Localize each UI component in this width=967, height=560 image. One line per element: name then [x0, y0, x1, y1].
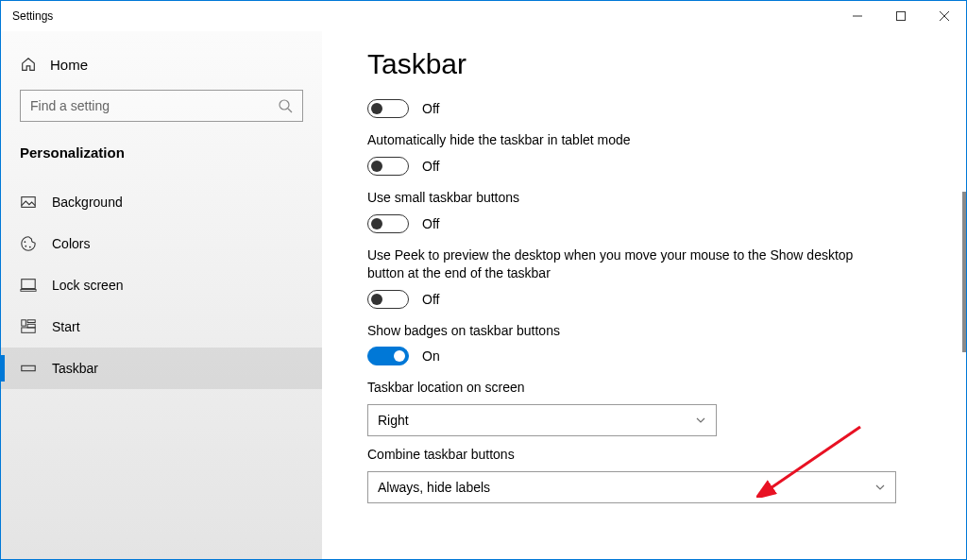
sidebar-item-taskbar[interactable]: Taskbar — [1, 348, 322, 389]
svg-line-5 — [288, 109, 292, 112]
svg-rect-16 — [22, 365, 35, 370]
sidebar-item-label: Lock screen — [52, 278, 123, 293]
toggle-peek[interactable] — [367, 290, 409, 309]
sidebar-item-background[interactable]: Background — [1, 181, 322, 223]
close-button[interactable] — [923, 1, 966, 31]
svg-point-7 — [25, 241, 26, 243]
maximize-icon — [896, 11, 906, 21]
svg-rect-1 — [897, 12, 906, 21]
chevron-down-icon — [874, 482, 886, 493]
svg-rect-6 — [22, 197, 35, 208]
svg-rect-12 — [22, 320, 26, 326]
main-panel: Taskbar Off Automatically hide the taskb… — [322, 31, 966, 559]
select-combine-buttons[interactable]: Always, hide labels — [367, 471, 896, 503]
start-icon — [20, 318, 37, 335]
sidebar: Home Personalization Background Colors L… — [1, 31, 322, 559]
window-title: Settings — [12, 9, 53, 23]
palette-icon — [20, 235, 37, 252]
svg-point-8 — [25, 246, 26, 247]
setting-badges-label: Show badges on taskbar buttons — [367, 322, 858, 340]
toggle-auto-hide-tablet-state: Off — [422, 159, 439, 174]
toggle-small-buttons-state: Off — [422, 216, 439, 231]
toggle-small-buttons[interactable] — [367, 214, 409, 233]
setting-auto-hide-tablet-label: Automatically hide the taskbar in tablet… — [367, 131, 858, 149]
svg-rect-15 — [22, 328, 35, 332]
setting-location-label: Taskbar location on screen — [367, 379, 858, 397]
search-icon — [278, 98, 293, 113]
select-taskbar-location[interactable]: Right — [367, 404, 717, 436]
sidebar-item-colors[interactable]: Colors — [1, 223, 322, 264]
svg-rect-13 — [27, 320, 35, 323]
taskbar-icon — [20, 360, 37, 377]
maximize-button[interactable] — [879, 1, 923, 31]
sidebar-item-label: Background — [52, 195, 123, 210]
picture-icon — [20, 194, 37, 211]
home-icon — [20, 56, 37, 73]
toggle-peek-state: Off — [422, 292, 439, 307]
svg-point-4 — [280, 100, 289, 110]
lock-screen-icon — [20, 277, 37, 294]
setting-combine-label: Combine taskbar buttons — [367, 446, 858, 464]
svg-rect-10 — [22, 280, 35, 289]
category-header: Personalization — [20, 144, 303, 161]
svg-rect-11 — [21, 290, 36, 292]
scrollbar-thumb[interactable] — [962, 192, 966, 352]
close-icon — [940, 11, 949, 21]
sidebar-item-label: Taskbar — [52, 361, 98, 376]
select-taskbar-location-value: Right — [378, 413, 409, 428]
sidebar-item-label: Colors — [52, 236, 90, 251]
page-title: Taskbar — [367, 48, 966, 80]
titlebar: Settings — [1, 1, 966, 31]
toggle-badges-state: On — [422, 348, 440, 364]
chevron-down-icon — [695, 415, 706, 426]
sidebar-item-start[interactable]: Start — [1, 306, 322, 348]
toggle-badges[interactable] — [367, 347, 409, 365]
toggle-1[interactable] — [367, 99, 409, 118]
search-input[interactable] — [30, 98, 278, 113]
sidebar-item-label: Start — [52, 319, 80, 334]
svg-point-9 — [29, 246, 31, 248]
svg-rect-14 — [27, 324, 35, 328]
home-label: Home — [50, 57, 88, 73]
select-combine-buttons-value: Always, hide labels — [378, 480, 490, 495]
toggle-1-state: Off — [422, 101, 439, 116]
minimize-icon — [853, 11, 862, 21]
sidebar-item-lock-screen[interactable]: Lock screen — [1, 264, 322, 306]
toggle-auto-hide-tablet[interactable] — [367, 157, 409, 176]
home-nav[interactable]: Home — [20, 46, 303, 90]
search-input-wrap[interactable] — [20, 90, 303, 122]
setting-small-buttons-label: Use small taskbar buttons — [367, 189, 858, 207]
minimize-button[interactable] — [836, 1, 879, 31]
setting-peek-label: Use Peek to preview the desktop when you… — [367, 246, 858, 282]
